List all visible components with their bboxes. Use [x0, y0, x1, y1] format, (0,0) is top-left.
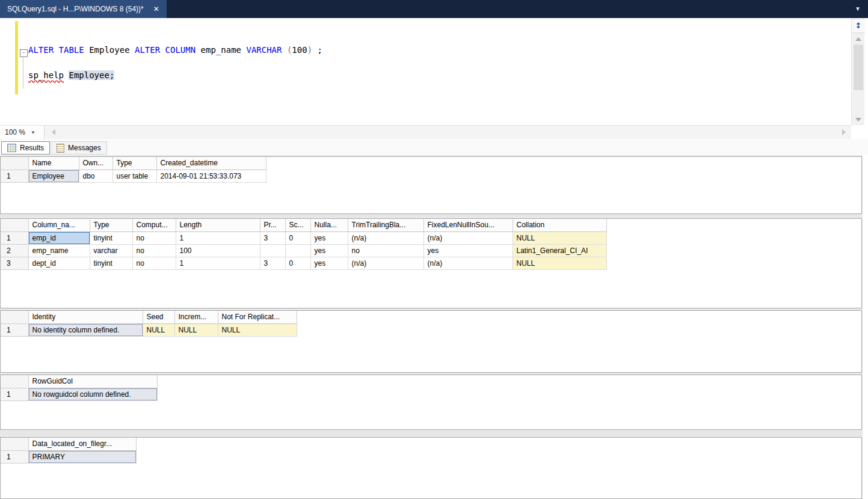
grid-cell[interactable]: 2014-09-01 21:53:33.073 — [156, 170, 266, 182]
grid-row-header[interactable]: 1 — [1, 231, 28, 244]
grid-row-header[interactable]: 1 — [1, 450, 28, 463]
grid-cell[interactable]: no — [132, 231, 176, 244]
grid-column-header[interactable]: Name — [28, 157, 79, 170]
splitter-handle-icon[interactable]: ↕ — [852, 19, 865, 33]
grid-cell[interactable]: 1 — [176, 231, 260, 244]
tab-messages-label: Messages — [68, 144, 101, 152]
grid-cell[interactable]: Employee — [28, 170, 79, 182]
result-grid: Data_located_on_filegr...1PRIMARY — [1, 438, 137, 464]
grid-column-header[interactable]: Nulla... — [310, 219, 348, 231]
grid-column-header[interactable]: Own... — [79, 157, 112, 170]
result-grid: NameOwn...TypeCreated_datetime1Employeed… — [1, 157, 266, 183]
grid-cell[interactable] — [260, 244, 285, 257]
result-grid-panel-3: IdentitySeedIncrem...Not For Replicat...… — [0, 310, 862, 373]
grid-cell[interactable]: NULL — [174, 323, 218, 336]
grid-corner[interactable] — [1, 311, 28, 323]
tab-results-label: Results — [20, 144, 44, 152]
code-token: Employee; — [69, 70, 114, 80]
grid-corner[interactable] — [1, 438, 28, 450]
grid-cell[interactable]: 1 — [176, 257, 260, 269]
close-icon[interactable]: ✕ — [153, 5, 159, 13]
grid-corner[interactable] — [1, 375, 28, 388]
grid-column-header[interactable]: Length — [176, 219, 260, 231]
grid-cell[interactable]: emp_id — [28, 231, 90, 244]
grid-cell[interactable]: (n/a) — [348, 257, 423, 269]
grid-column-header[interactable]: Created_datetime — [156, 157, 266, 170]
grid-row-header[interactable]: 2 — [1, 244, 28, 257]
grid-cell[interactable]: no — [132, 244, 176, 257]
editor-vertical-scrollbar[interactable]: ↕ — [851, 18, 864, 125]
grid-cell[interactable]: user table — [112, 170, 156, 182]
sql-editor[interactable]: - ALTER TABLE Employee ALTER COLUMN emp_… — [0, 18, 851, 125]
grid-cell[interactable]: 0 — [285, 257, 310, 269]
vertical-scroll-thumb[interactable] — [854, 44, 863, 90]
grid-column-header[interactable]: Comput... — [132, 219, 176, 231]
grid-column-header[interactable]: Identity — [28, 311, 143, 323]
code-token: ) — [307, 45, 312, 55]
grid-cell[interactable]: No identity column defined. — [28, 323, 143, 336]
grid-column-header[interactable]: TrimTrailingBla... — [348, 219, 423, 231]
grid-cell[interactable]: yes — [423, 244, 512, 257]
grid-column-header[interactable]: Seed — [143, 311, 174, 323]
grid-column-header[interactable]: Not For Replicat... — [218, 311, 297, 323]
grid-row-header[interactable]: 3 — [1, 257, 28, 269]
window-menu-caret-icon[interactable]: ▼ — [855, 5, 861, 12]
collapse-region-toggle[interactable]: - — [20, 49, 28, 57]
grid-cell[interactable]: 3 — [260, 231, 285, 244]
tab-messages[interactable]: Messages — [51, 141, 107, 155]
code-token: 100 — [292, 45, 307, 55]
grid-cell[interactable]: NULL — [143, 323, 174, 336]
grid-cell[interactable]: tinyint — [90, 257, 132, 269]
grid-column-header[interactable]: Sc... — [285, 219, 310, 231]
grid-column-header[interactable]: RowGuidCol — [28, 375, 157, 388]
grid-cell[interactable]: yes — [310, 257, 348, 269]
tab-results[interactable]: Results — [1, 141, 50, 155]
grid-column-header[interactable]: Increm... — [174, 311, 218, 323]
grid-column-header[interactable]: Column_na... — [28, 219, 90, 231]
scroll-up-icon[interactable] — [855, 37, 861, 41]
grid-column-header[interactable]: Type — [90, 219, 132, 231]
grid-column-header[interactable]: Type — [112, 157, 156, 170]
grid-cell[interactable]: no — [348, 244, 423, 257]
grid-cell[interactable]: tinyint — [90, 231, 132, 244]
grid-cell[interactable]: (n/a) — [423, 257, 512, 269]
grid-row-header[interactable]: 1 — [1, 323, 28, 336]
grid-cell[interactable]: no — [132, 257, 176, 269]
grid-cell[interactable]: 100 — [176, 244, 260, 257]
grid-column-header[interactable]: Pr... — [260, 219, 285, 231]
grid-cell[interactable]: dept_id — [28, 257, 90, 269]
grid-cell[interactable]: Latin1_General_CI_AI — [512, 244, 606, 257]
grid-cell[interactable]: emp_name — [28, 244, 90, 257]
grid-cell[interactable]: varchar — [90, 244, 132, 257]
grid-cell[interactable]: PRIMARY — [28, 450, 136, 463]
result-grid: IdentitySeedIncrem...Not For Replicat...… — [1, 311, 297, 337]
grid-cell[interactable]: dbo — [79, 170, 112, 182]
grid-cell[interactable]: NULL — [512, 257, 606, 269]
document-tab[interactable]: SQLQuery1.sql - H...P\WINDOWS 8 (54))* ✕ — [0, 0, 167, 18]
grid-cell[interactable]: No rowguidcol column defined. — [28, 388, 157, 400]
scroll-left-icon[interactable] — [52, 129, 55, 135]
grid-cell[interactable]: yes — [310, 231, 348, 244]
grid-corner[interactable] — [1, 219, 28, 231]
scroll-down-icon[interactable] — [855, 118, 861, 121]
grid-corner[interactable] — [1, 157, 28, 170]
grid-column-header[interactable]: Collation — [512, 219, 606, 231]
code-token: sp_help — [28, 70, 64, 80]
result-grid: RowGuidCol1No rowguidcol column defined. — [1, 375, 158, 401]
scroll-right-icon[interactable] — [842, 129, 846, 135]
grid-cell[interactable]: (n/a) — [348, 231, 423, 244]
grid-row-header[interactable]: 1 — [1, 388, 28, 400]
zoom-dropdown[interactable]: 100 % ▼ — [0, 126, 45, 139]
grid-cell[interactable]: NULL — [512, 231, 606, 244]
grid-cell[interactable]: yes — [310, 244, 348, 257]
grid-cell[interactable]: 0 — [285, 231, 310, 244]
grid-column-header[interactable]: Data_located_on_filegr... — [28, 438, 136, 450]
grid-cell[interactable] — [285, 244, 310, 257]
grid-cell[interactable]: NULL — [218, 323, 297, 336]
grid-column-header[interactable]: FixedLenNullInSou... — [423, 219, 512, 231]
grid-cell[interactable]: (n/a) — [423, 231, 512, 244]
results-pane: NameOwn...TypeCreated_datetime1Employeed… — [0, 155, 863, 499]
grid-cell[interactable]: 3 — [260, 257, 285, 269]
grid-row-header[interactable]: 1 — [1, 170, 28, 182]
result-grid: Column_na...TypeComput...LengthPr...Sc..… — [1, 219, 607, 270]
